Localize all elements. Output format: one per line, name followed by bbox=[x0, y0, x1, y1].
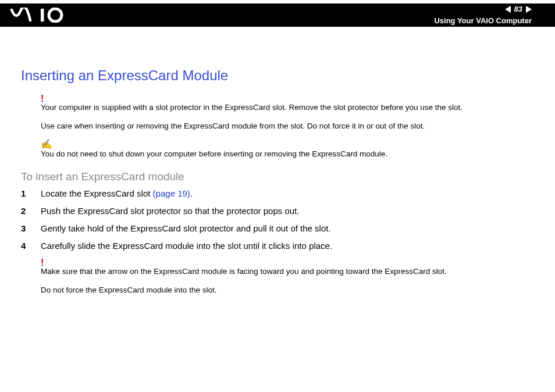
header-bar: 83 Using Your VAIO Computer bbox=[0, 3, 555, 27]
step-text: Push the ExpressCard slot protector so t… bbox=[41, 205, 299, 217]
step-number: 3 bbox=[21, 223, 41, 234]
note-icon: ✍ bbox=[41, 140, 534, 149]
step-number: 4 bbox=[21, 240, 41, 252]
page-link-19[interactable]: (page 19) bbox=[153, 188, 190, 198]
warning-text-4: Do not force the ExpressCard module into… bbox=[41, 285, 534, 295]
step-number: 1 bbox=[21, 188, 41, 199]
svg-point-1 bbox=[49, 9, 62, 22]
step-text: Gently take hold of the ExpressCard slot… bbox=[41, 223, 331, 234]
svg-rect-0 bbox=[41, 9, 44, 22]
subheading: To insert an ExpressCard module bbox=[21, 170, 534, 183]
prev-page-icon[interactable] bbox=[505, 6, 511, 13]
page-content: Inserting an ExpressCard Module ! Your c… bbox=[21, 67, 534, 304]
warning-text-1: Your computer is supplied with a slot pr… bbox=[41, 102, 534, 113]
step-text: Locate the ExpressCard slot (page 19). bbox=[41, 188, 193, 199]
step-4: 4 Carefully slide the ExpressCard module… bbox=[21, 240, 534, 252]
page-title: Inserting an ExpressCard Module bbox=[21, 67, 534, 84]
page-nav: 83 bbox=[505, 5, 532, 13]
vaio-logo bbox=[10, 8, 69, 25]
step-text: Carefully slide the ExpressCard module i… bbox=[41, 240, 332, 252]
step-1: 1 Locate the ExpressCard slot (page 19). bbox=[21, 188, 534, 199]
steps-list: 1 Locate the ExpressCard slot (page 19).… bbox=[21, 188, 534, 252]
warning-text-2: Use care when inserting or removing the … bbox=[41, 121, 534, 131]
section-title: Using Your VAIO Computer bbox=[434, 16, 532, 25]
warning-text-3: Make sure that the arrow on the ExpressC… bbox=[41, 266, 534, 277]
step-3: 3 Gently take hold of the ExpressCard sl… bbox=[21, 223, 534, 234]
note-text-1: You do not need to shut down your comput… bbox=[41, 149, 534, 159]
step-2: 2 Push the ExpressCard slot protector so… bbox=[21, 205, 534, 217]
step-number: 2 bbox=[21, 205, 41, 217]
next-page-icon[interactable] bbox=[526, 6, 532, 13]
page-number: 83 bbox=[514, 5, 522, 13]
